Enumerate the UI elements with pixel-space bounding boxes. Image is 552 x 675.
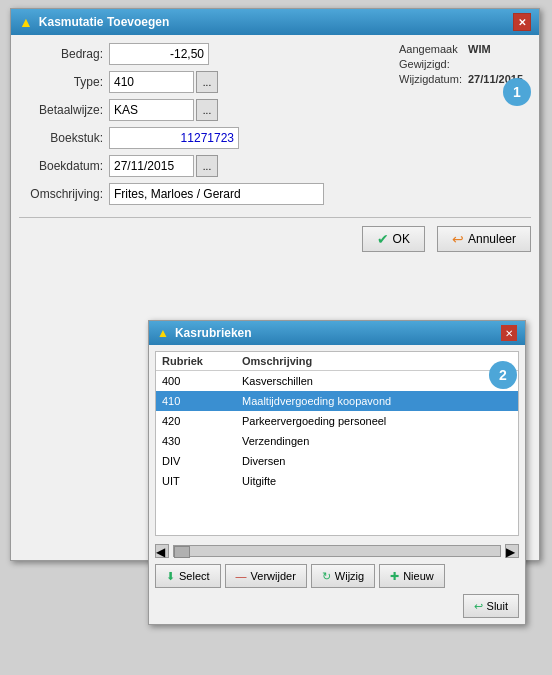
ok-label: OK (393, 232, 410, 246)
type-input[interactable] (109, 71, 194, 93)
nieuw-button[interactable]: ✚ Nieuw (379, 564, 445, 588)
table-row[interactable]: 420 Parkeervergoeding personeel (156, 411, 518, 431)
scroll-track[interactable] (173, 545, 501, 557)
boekdatum-field-label: Boekdatum: (19, 159, 109, 173)
scroll-right-btn[interactable]: ▶ (505, 544, 519, 558)
omschrijving-row: Omschrijving: (19, 183, 391, 205)
table-row[interactable]: DIV Diversen (156, 451, 518, 471)
table-row[interactable]: 430 Verzendingen (156, 431, 518, 451)
nieuw-icon: ✚ (390, 570, 399, 583)
betaalwijze-field-label: Betaalwijze: (19, 103, 109, 117)
boekdatum-input[interactable] (109, 155, 194, 177)
wijzig-button[interactable]: ↻ Wijzig (311, 564, 375, 588)
main-dialog-title: Kasmutatie Toevoegen (39, 15, 169, 29)
bedrag-input[interactable] (109, 43, 209, 65)
sluit-row: ↩ Sluit (149, 592, 525, 624)
sluit-label: Sluit (487, 600, 508, 612)
verwijder-label: Verwijder (251, 570, 296, 582)
table-row[interactable]: UIT Uitgifte (156, 471, 518, 491)
verwijder-button[interactable]: — Verwijder (225, 564, 307, 588)
annuleer-icon: ↩ (452, 231, 464, 247)
sluit-icon: ↩ (474, 600, 483, 613)
verwijder-icon: — (236, 570, 247, 582)
nieuw-label: Nieuw (403, 570, 434, 582)
boekstuk-input[interactable] (109, 127, 239, 149)
main-close-button[interactable]: ✕ (513, 13, 531, 31)
scroll-left-btn[interactable]: ◀ (155, 544, 169, 558)
annuleer-label: Annuleer (468, 232, 516, 246)
boekdatum-browse-button[interactable]: ... (196, 155, 218, 177)
betaalwijze-row: Betaalwijze: ... (19, 99, 391, 121)
type-browse-button[interactable]: ... (196, 71, 218, 93)
main-titlebar: ▲ Kasmutatie Toevoegen ✕ (11, 9, 539, 35)
omschrijving-field-label: Omschrijving: (19, 187, 109, 201)
wijzig-icon: ↻ (322, 570, 331, 583)
col-header-rubriek: Rubriek (156, 352, 236, 370)
sub-close-button[interactable]: ✕ (501, 325, 517, 341)
betaalwijze-input[interactable] (109, 99, 194, 121)
boekdatum-row: Boekdatum: ... (19, 155, 391, 177)
sub-buttons-row: ⬇ Select — Verwijder ↻ Wijzig ✚ Nieuw (149, 560, 525, 592)
kasrubrieken-dialog: ▲ Kasrubrieken ✕ Rubriek Omschrijving 40… (148, 320, 526, 625)
ok-icon: ✔ (377, 231, 389, 247)
sub-title-icon: ▲ (157, 326, 169, 340)
boekstuk-field-label: Boekstuk: (19, 131, 109, 145)
main-badge-1: 1 (503, 78, 531, 106)
wijzigdatum-label: Wijzigdatum: (399, 73, 464, 85)
type-field-label: Type: (19, 75, 109, 89)
type-row: Type: ... (19, 71, 391, 93)
sub-titlebar: ▲ Kasrubrieken ✕ (149, 321, 525, 345)
bedrag-field-label: Bedrag: (19, 47, 109, 61)
scrollbar-area: ◀ ▶ (149, 542, 525, 560)
table-row[interactable]: 410 Maaltijdvergoeding koopavond (156, 391, 518, 411)
annuleer-button[interactable]: ↩ Annuleer (437, 226, 531, 252)
table-header: Rubriek Omschrijving (156, 352, 518, 371)
sub-badge: 2 (489, 361, 517, 389)
aangemaak-value: WIM (468, 43, 491, 55)
betaalwijze-browse-button[interactable]: ... (196, 99, 218, 121)
table-body[interactable]: 400 Kasverschillen 410 Maaltijdvergoedin… (156, 371, 518, 523)
wijzig-label: Wijzig (335, 570, 364, 582)
bedrag-row: Bedrag: (19, 43, 391, 65)
omschrijving-input[interactable] (109, 183, 324, 205)
title-icon: ▲ (19, 14, 33, 30)
select-icon: ⬇ (166, 570, 175, 583)
select-label: Select (179, 570, 210, 582)
select-button[interactable]: ⬇ Select (155, 564, 221, 588)
aangemaak-label: Aangemaak (399, 43, 464, 55)
scroll-thumb[interactable] (174, 546, 190, 558)
table-row[interactable]: 400 Kasverschillen (156, 371, 518, 391)
kasrubrieken-table-container: Rubriek Omschrijving 400 Kasverschillen … (155, 351, 519, 536)
col-header-omschrijving: Omschrijving (236, 352, 518, 370)
gewijzigd-label: Gewijzigd: (399, 58, 464, 70)
boekstuk-row: Boekstuk: (19, 127, 391, 149)
sub-dialog-title: Kasrubrieken (175, 326, 252, 340)
sluit-button[interactable]: ↩ Sluit (463, 594, 519, 618)
ok-button[interactable]: ✔ OK (362, 226, 425, 252)
